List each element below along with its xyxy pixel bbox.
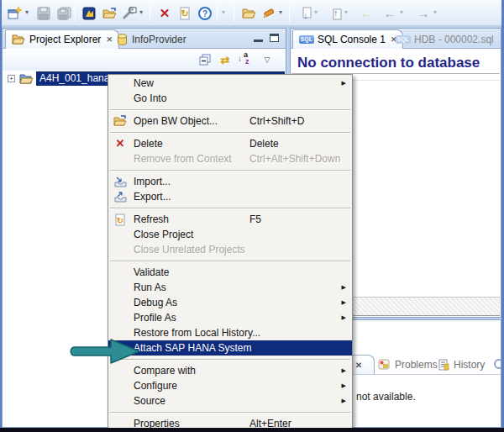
collapse-all-button[interactable] [197, 52, 213, 67]
refresh-icon: ↻ [178, 7, 192, 20]
close-tab-icon[interactable]: ✕ [355, 361, 362, 370]
last-edit-location-button[interactable]: ← [356, 3, 376, 23]
previous-annotation-icon: ↑ [329, 7, 343, 20]
tab-sql-console-1[interactable]: SQL SQL Console 1 ✕ [292, 29, 403, 49]
menu-separator [110, 261, 350, 261]
bw-modeling-perspective-button[interactable] [79, 3, 99, 23]
tree-expand-icon[interactable]: + [8, 75, 15, 82]
menu-item-source[interactable]: Source ▶ [108, 393, 352, 408]
disabled-dropdown-icon[interactable]: ▾ [222, 8, 225, 16]
menu-item-profile-as[interactable]: Profile As ▶ [108, 310, 352, 325]
menu-item-debug-as[interactable]: Debug As ▶ [108, 295, 352, 310]
tab-history[interactable]: History [438, 356, 485, 374]
submenu-arrow-icon: ▶ [342, 295, 346, 310]
menu-item-delete[interactable]: ✕ Delete Delete [108, 136, 352, 151]
svg-text:?: ? [202, 8, 207, 18]
menu-item-new[interactable]: New ▶ [108, 76, 352, 91]
configuration-button[interactable] [119, 3, 139, 23]
menu-item-export[interactable]: Export... [108, 189, 352, 204]
mark-occurrences-dropdown-icon[interactable]: ▾ [279, 8, 282, 16]
menu-item-close-unrelated-projects[interactable]: Close Unrelated Projects [108, 242, 352, 257]
tab-infoprovider[interactable]: InfoProvider [111, 30, 192, 49]
menu-item-remove-from-context[interactable]: Remove from Context Ctrl+Alt+Shift+Down [108, 151, 352, 166]
menu-separator [110, 208, 350, 208]
context-menu: New ▶ Go Into Open BW Object... Ctrl+Shi… [108, 74, 353, 432]
menu-item-validate[interactable]: Validate [108, 265, 352, 280]
refresh-icon: ↻ [113, 213, 128, 226]
new-dropdown-icon[interactable]: ▾ [25, 8, 29, 16]
submenu-arrow-icon: ▶ [342, 76, 346, 91]
open-folder-button[interactable] [239, 3, 259, 23]
annotation-arrow-icon [66, 336, 144, 366]
problems-tab-icon [378, 359, 391, 371]
open-bw-object-icon [102, 7, 117, 20]
sort-icon: ↓ a z [239, 53, 252, 66]
minimize-view-icon[interactable] [254, 34, 263, 42]
sql-icon: SQL [299, 35, 314, 44]
next-annotation-dropdown-icon[interactable]: ▾ [314, 8, 318, 16]
menu-item-refresh[interactable]: ↻ Refresh F5 [108, 212, 352, 227]
forward-icon: → [417, 6, 430, 20]
open-bw-object-icon [113, 114, 128, 128]
menu-item-go-into[interactable]: Go Into [108, 91, 352, 106]
forward-dropdown-icon[interactable]: ▾ [433, 8, 437, 16]
tab-label: Project Explorer [29, 34, 101, 45]
menu-separator [110, 132, 350, 133]
menu-item-compare-with[interactable]: Compare with ▶ [108, 363, 352, 378]
tab-hdb-sql-file[interactable]: SQL HDB - 000002.sql [390, 30, 500, 49]
delete-icon: ✕ [113, 137, 128, 150]
configuration-dropdown-icon[interactable]: ▾ [139, 8, 143, 16]
not-available-text: not available. [356, 391, 416, 403]
open-bw-object-button[interactable] [99, 3, 119, 23]
back-button[interactable]: ← [380, 3, 400, 23]
refresh-button[interactable]: ↻ [175, 3, 195, 23]
menu-item-configure[interactable]: Configure ▶ [108, 378, 352, 393]
tab-problems[interactable]: Problems [378, 356, 438, 374]
save-button[interactable] [34, 3, 54, 23]
menu-item-attach-sap-hana-system[interactable]: Attach SAP HANA System [108, 340, 352, 356]
menu-item-import[interactable]: Import... [108, 174, 352, 189]
previous-annotation-dropdown-icon[interactable]: ▾ [344, 8, 348, 16]
window-border [0, 0, 2, 432]
last-edit-location-icon: ← [360, 6, 373, 20]
menu-item-run-as[interactable]: Run As ▶ [108, 280, 352, 295]
toolbar-separator [234, 3, 234, 22]
collapse-all-icon [199, 54, 212, 66]
menu-separator [110, 109, 350, 110]
submenu-arrow-icon: ▶ [342, 280, 346, 295]
menu-item-restore-from-local-history[interactable]: Restore from Local History... [108, 325, 352, 340]
forward-button[interactable]: → [413, 3, 433, 23]
tab-label: HDB - 000002.sql [414, 34, 494, 45]
help-button[interactable]: ? [195, 3, 215, 23]
shortcut: Ctrl+Alt+Shift+Down [249, 151, 340, 166]
sort-button[interactable]: ↓ a z [238, 52, 253, 67]
back-icon: ← [384, 6, 396, 20]
maximize-view-icon[interactable] [270, 34, 279, 42]
save-all-button[interactable] [54, 3, 74, 23]
svg-text:↻: ↻ [117, 215, 123, 224]
editor-tabbar: SQL SQL Console 1 ✕ SQL HDB - 000002.sql [291, 29, 501, 49]
back-dropdown-icon[interactable]: ▾ [400, 8, 403, 16]
bw-modeling-perspective-icon [82, 7, 97, 20]
tab-label: SQL Console 1 [318, 34, 386, 45]
svg-text:↻: ↻ [181, 8, 188, 18]
next-annotation-button[interactable]: ↓ [296, 3, 316, 23]
import-icon [113, 175, 128, 188]
infoprovider-tab-icon [117, 34, 128, 45]
tab-project-explorer[interactable]: Project Explorer ✕ [5, 29, 119, 49]
mark-occurrences-button[interactable] [259, 3, 279, 23]
previous-annotation-button[interactable]: ↑ [326, 3, 346, 23]
menu-item-open-bw-object[interactable]: Open BW Object... Ctrl+Shift+D [108, 113, 352, 129]
new-wizard-button[interactable] [4, 3, 24, 23]
link-with-editor-icon: ⇄ [221, 54, 230, 66]
delete-button[interactable]: ✕ [155, 3, 175, 23]
menu-item-close-project[interactable]: Close Project [108, 227, 352, 242]
svg-text:↓: ↓ [303, 10, 308, 20]
help-icon: ? [198, 7, 212, 20]
submenu-arrow-icon: ▶ [342, 378, 346, 393]
menu-separator [110, 412, 350, 413]
view-menu-button[interactable]: ▽ [260, 52, 275, 67]
tab-label: InfoProvider [132, 34, 186, 45]
main-toolbar: ▾ ▾ [0, 0, 504, 26]
link-with-editor-button[interactable]: ⇄ [218, 52, 233, 67]
